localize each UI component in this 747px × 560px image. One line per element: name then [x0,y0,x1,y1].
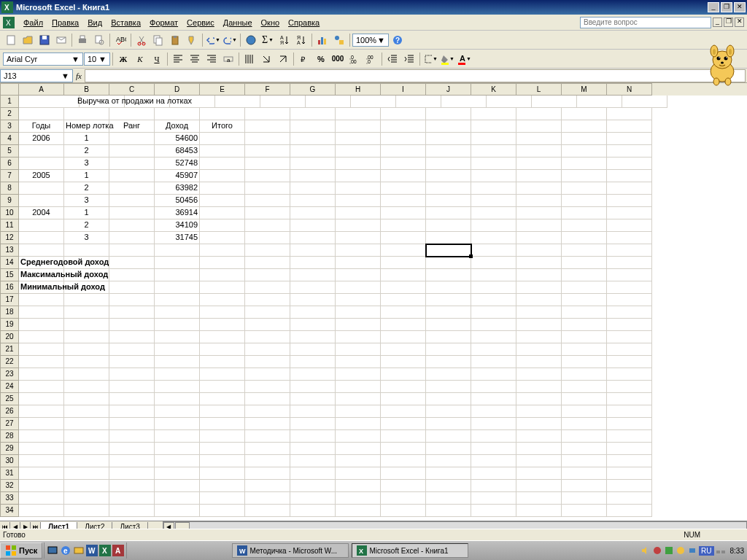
cell-C14[interactable] [109,257,155,269]
cell-B23[interactable] [64,368,109,381]
cell-G12[interactable] [290,232,336,244]
cell-H25[interactable] [336,393,381,405]
cell-J17[interactable] [426,294,471,306]
cell-J25[interactable] [426,393,471,405]
cell-I24[interactable] [381,381,426,393]
cell-E3[interactable]: Итого [200,120,245,133]
cell-G3[interactable] [290,120,336,133]
cell-C6[interactable] [109,158,155,170]
cell-I1[interactable] [396,96,441,108]
cell-L3[interactable] [516,120,562,133]
cell-K3[interactable] [471,120,516,133]
cell-F3[interactable] [245,120,290,133]
row-header-31[interactable]: 31 [0,467,19,480]
cell-F11[interactable] [245,219,290,232]
cell-D12[interactable]: 31745 [155,232,200,244]
cell-D16[interactable] [155,281,200,294]
cell-D30[interactable] [155,455,200,467]
cell-A16[interactable]: Минимальный доход [19,281,64,294]
cell-E14[interactable] [200,257,245,269]
cell-B33[interactable] [64,492,109,505]
cell-E18[interactable] [200,306,245,319]
cell-J32[interactable] [426,480,471,492]
col-header-H[interactable]: H [336,83,381,96]
cell-E12[interactable] [200,232,245,244]
cell-G13[interactable] [290,244,336,257]
cell-J24[interactable] [426,381,471,393]
cell-F34[interactable] [245,505,290,517]
cell-I25[interactable] [381,393,426,405]
cell-A17[interactable] [19,294,64,306]
cell-J34[interactable] [426,505,471,517]
cell-D18[interactable] [155,306,200,319]
print-preview-button[interactable] [91,32,107,48]
cell-C7[interactable] [109,170,155,182]
cell-F20[interactable] [245,331,290,343]
cell-M25[interactable] [562,393,607,405]
cell-J8[interactable] [426,182,471,195]
cell-H15[interactable] [336,269,381,281]
cell-D3[interactable]: Доход [155,120,200,133]
cell-G25[interactable] [290,393,336,405]
cell-H9[interactable] [336,195,381,207]
row-header-27[interactable]: 27 [0,418,19,430]
cell-F4[interactable] [245,133,290,145]
cell-I2[interactable] [381,108,426,120]
cell-E26[interactable] [200,405,245,418]
cell-E11[interactable] [200,219,245,232]
cell-G33[interactable] [290,492,336,505]
spelling-button[interactable]: ABC [112,32,128,48]
font-size-select[interactable]: 10▼ [84,52,110,66]
cell-F18[interactable] [245,306,290,319]
cell-L17[interactable] [516,294,562,306]
cell-D23[interactable] [155,368,200,381]
row-header-24[interactable]: 24 [0,381,19,393]
cell-F12[interactable] [245,232,290,244]
col-header-A[interactable]: A [19,83,64,96]
cell-C2[interactable] [109,108,155,120]
cell-N3[interactable] [607,120,652,133]
cell-B26[interactable] [64,405,109,418]
print-button[interactable] [74,32,90,48]
cell-I28[interactable] [381,430,426,443]
cell-N19[interactable] [607,319,652,331]
cell-G23[interactable] [290,368,336,381]
row-header-23[interactable]: 23 [0,368,19,381]
cell-I31[interactable] [381,467,426,480]
cell-J20[interactable] [426,331,471,343]
cell-G30[interactable] [290,455,336,467]
row-header-28[interactable]: 28 [0,430,19,443]
col-header-B[interactable]: B [64,83,109,96]
paste-button[interactable] [167,32,183,48]
cell-H26[interactable] [336,405,381,418]
cell-K7[interactable] [471,170,516,182]
increase-indent-button[interactable] [401,51,417,67]
cell-C12[interactable] [109,232,155,244]
tray-icon-4[interactable] [676,545,686,556]
cell-B5[interactable]: 2 [64,145,109,158]
cell-D2[interactable] [155,108,200,120]
language-indicator[interactable]: RU [699,546,713,556]
cell-J28[interactable] [426,430,471,443]
cell-B32[interactable] [64,480,109,492]
menu-data[interactable]: Данные [219,17,257,28]
cell-L27[interactable] [516,418,562,430]
cell-H28[interactable] [336,430,381,443]
cell-J5[interactable] [426,145,471,158]
cell-L15[interactable] [516,269,562,281]
cell-A18[interactable] [19,306,64,319]
cell-K12[interactable] [471,232,516,244]
cell-L13[interactable] [516,244,562,257]
cell-M5[interactable] [562,145,607,158]
cell-D24[interactable] [155,381,200,393]
cell-C13[interactable] [109,244,155,257]
cell-K14[interactable] [471,257,516,269]
cell-G26[interactable] [290,405,336,418]
cell-I3[interactable] [381,120,426,133]
cell-E27[interactable] [200,418,245,430]
cell-H29[interactable] [336,443,381,455]
cell-L25[interactable] [516,393,562,405]
cell-N1[interactable] [622,96,667,108]
cell-F5[interactable] [245,145,290,158]
menu-help[interactable]: Справка [284,17,324,28]
